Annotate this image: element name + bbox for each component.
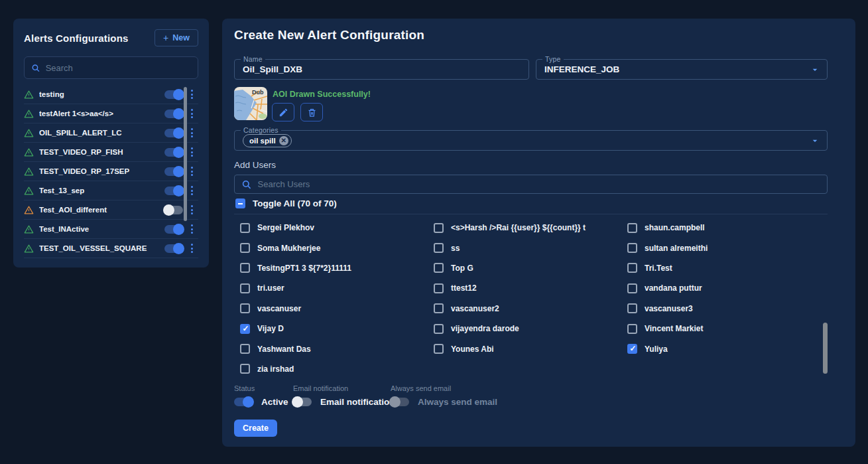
user-checkbox[interactable] [627,303,637,313]
user-row[interactable]: vascanuser [240,299,429,319]
user-row[interactable]: tri.user [240,278,429,298]
user-checkbox[interactable] [240,364,250,374]
kebab-menu-icon[interactable] [188,88,196,100]
categories-field[interactable]: Categories oil spill ✕ [234,130,828,151]
kebab-menu-icon[interactable] [188,204,196,216]
user-checkbox[interactable] [627,263,637,273]
alert-list-item[interactable]: TEST_VIDEO_RP_17SEP [24,162,198,181]
alert-enabled-toggle[interactable] [164,90,183,99]
alert-list-item[interactable]: TEST_OIL_VESSEL_SQUARE [24,239,198,258]
toggle-all-checkbox[interactable] [235,198,245,208]
user-row[interactable]: zia irshad [240,359,429,379]
user-row[interactable]: vascanuser3 [627,299,816,319]
alert-name: Test_13_sep [39,187,159,194]
alert-list-item[interactable]: testing [24,85,198,104]
user-row[interactable]: Tri.Test [627,258,816,278]
alert-enabled-toggle[interactable] [164,206,183,214]
always-send-email-toggle[interactable] [391,398,409,406]
alert-list-item[interactable]: testAlert 1<s>aa</s> [24,104,198,123]
user-checkbox[interactable] [434,324,444,334]
user-checkbox[interactable] [240,324,250,334]
alert-enabled-toggle[interactable] [164,167,183,176]
alert-enabled-toggle[interactable] [164,148,183,157]
alert-list-item[interactable]: TEST_VIDEO_RP_FISH [24,143,198,162]
type-select[interactable]: Type INFERENCE_JOB [536,59,828,80]
user-checkbox[interactable] [434,223,444,233]
user-row[interactable]: Soma Mukherjee [240,238,429,258]
alert-list-item[interactable]: OIL_SPILL_ALERT_LC [24,123,198,143]
user-checkbox[interactable] [627,243,637,253]
user-row[interactable]: Younes Abi [434,339,623,358]
alert-enabled-toggle[interactable] [164,244,183,253]
user-row[interactable]: vascanuser2 [434,299,623,319]
kebab-menu-icon[interactable] [188,146,196,158]
name-field[interactable]: Name Oil_Spill_DXB [234,59,529,80]
alert-name: OIL_SPILL_ALERT_LC [39,129,159,137]
user-row[interactable]: Vincent Markiet [627,319,816,339]
alert-enabled-toggle[interactable] [164,129,183,137]
kebab-menu-icon[interactable] [188,165,196,177]
users-search-input[interactable] [258,179,820,189]
user-row[interactable]: Vijay D [240,319,429,339]
sidebar-scrollbar[interactable] [184,87,187,221]
alert-list-item[interactable]: Test_13_sep [24,181,198,200]
kebab-menu-icon[interactable] [188,223,196,235]
user-row[interactable]: TesitngPT1 3 ${7*2}11111 [240,258,429,278]
user-row[interactable]: shaun.campbell [627,218,816,238]
status-toggle[interactable] [234,398,253,406]
sidebar-search-box[interactable] [24,56,198,79]
user-checkbox[interactable] [240,263,250,273]
alert-list-item[interactable]: Test_AOI_different [24,200,198,220]
user-row[interactable]: sultan alremeithi [627,238,816,258]
alert-enabled-toggle[interactable] [164,225,183,234]
edit-aoi-button[interactable] [272,103,294,121]
user-row[interactable]: <s>Harsh />Rai {{user}} ${{count}} t [434,218,623,238]
delete-aoi-button[interactable] [300,103,323,121]
user-checkbox[interactable] [240,243,250,253]
alert-list-item[interactable]: Test_INActive [24,220,198,239]
user-row[interactable]: Yashwant Das [240,339,429,358]
toggle-knob [163,204,174,216]
toggle-knob [173,127,184,139]
user-row[interactable]: Sergei Plekhov [240,218,429,238]
alert-enabled-toggle[interactable] [164,187,183,195]
user-row[interactable]: vijayendra darode [434,319,623,339]
category-chip[interactable]: oil spill ✕ [243,134,292,147]
user-label: sultan alremeithi [645,244,708,253]
user-checkbox[interactable] [240,223,250,233]
user-checkbox[interactable] [434,344,444,354]
user-checkbox[interactable] [627,344,637,354]
email-notification-toggle[interactable] [293,398,312,406]
user-row[interactable]: vandana puttur [627,278,816,298]
user-checkbox[interactable] [627,283,637,293]
user-row[interactable]: Yuliya [627,339,816,358]
users-list-scrollbar[interactable] [823,323,828,374]
kebab-menu-icon[interactable] [188,127,196,139]
user-checkbox[interactable] [627,324,637,334]
kebab-menu-icon[interactable] [188,185,196,196]
user-checkbox[interactable] [627,223,637,233]
chip-remove-icon[interactable]: ✕ [279,136,288,145]
user-checkbox[interactable] [240,283,250,293]
user-checkbox[interactable] [240,303,250,313]
user-label: Top G [451,264,473,273]
kebab-menu-icon[interactable] [188,108,196,119]
new-alert-button[interactable]: + New [155,29,198,46]
user-checkbox[interactable] [434,243,444,253]
alert-enabled-toggle[interactable] [164,110,183,118]
user-label: Soma Mukherjee [257,244,320,253]
user-row[interactable]: ss [434,238,623,258]
users-search-box[interactable] [234,175,828,194]
user-checkbox[interactable] [434,263,444,273]
aoi-map-thumbnail[interactable]: Dub [234,87,267,120]
create-button[interactable]: Create [234,420,277,437]
kebab-menu-icon[interactable] [188,242,196,254]
user-checkbox[interactable] [434,283,444,293]
user-checkbox[interactable] [240,344,250,354]
user-checkbox[interactable] [434,303,444,313]
search-icon [31,63,40,73]
toggle-knob [173,166,184,177]
sidebar-search-input[interactable] [46,63,191,73]
user-row[interactable]: ttest12 [434,278,623,298]
user-row[interactable]: Top G [434,258,623,278]
